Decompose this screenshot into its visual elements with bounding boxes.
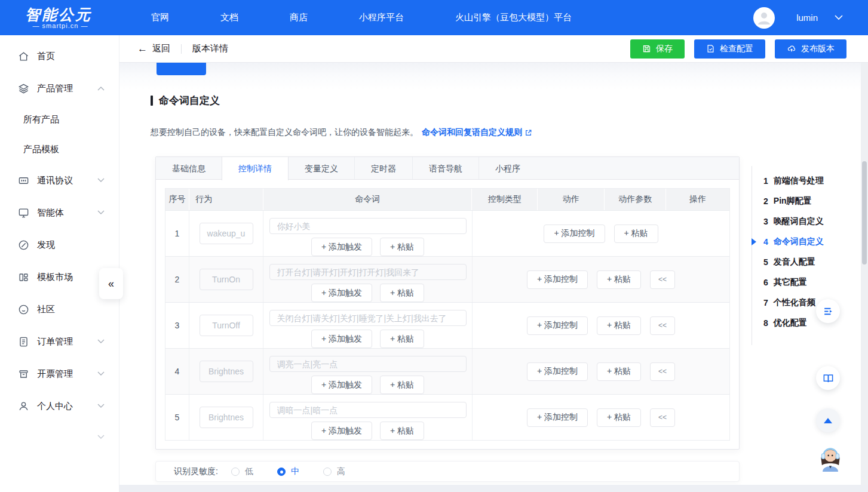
col-header-action: 动作 (538, 189, 605, 210)
scrollbar-thumb[interactable] (862, 161, 867, 265)
add-trigger-button[interactable]: + 添加触发 (311, 422, 372, 440)
sidebar-item-personal-center[interactable]: 个人中心 (0, 390, 119, 422)
collapse-row-button[interactable]: << (650, 408, 675, 427)
paste-control-button[interactable]: + 粘贴 (597, 362, 641, 381)
back-button[interactable]: ← 返回 (137, 43, 170, 55)
layers-icon (18, 83, 29, 94)
sidebar-item-product-templates[interactable]: 产品模板 (0, 134, 119, 164)
publish-version-button[interactable]: 发布版本 (775, 39, 846, 59)
sensitivity-option-low[interactable]: 低 (231, 466, 253, 477)
save-button[interactable]: 保存 (630, 39, 685, 59)
add-control-button[interactable]: + 添加控制 (527, 270, 588, 289)
add-control-button[interactable]: + 添加控制 (527, 316, 588, 335)
document-check-icon (706, 44, 715, 53)
paste-control-button[interactable]: + 粘贴 (614, 225, 658, 243)
nav-item-volcengine-platform[interactable]: 火山引擎（豆包大模型）平台 (455, 12, 572, 23)
behavior-input[interactable] (200, 361, 253, 382)
step-wake-word[interactable]: 3唤醒词自定义 (752, 211, 824, 232)
add-control-button[interactable]: + 添加控制 (544, 225, 605, 243)
table-row: 1 + 添加触发 + 粘贴 + 添加控制 + 粘贴 (165, 210, 729, 256)
sidebar-item-all-products[interactable]: 所有产品 (0, 104, 119, 134)
tab-voice-navigation[interactable]: 语音导航 (412, 157, 479, 179)
paste-button[interactable]: + 粘贴 (380, 376, 424, 394)
behavior-input[interactable] (200, 269, 253, 290)
customer-service-avatar[interactable] (815, 441, 846, 472)
step-personal-audio[interactable]: 7个性化音频 (752, 293, 824, 313)
nav-item-docs[interactable]: 文档 (220, 12, 238, 23)
tab-variable-definition[interactable]: 变量定义 (289, 157, 354, 179)
collapse-row-button[interactable]: << (650, 316, 675, 335)
collapse-icon: « (108, 278, 114, 290)
chevron-down-icon (97, 371, 105, 376)
config-steps-nav: 1前端信号处理 2Pin脚配置 3唤醒词自定义 4命令词自定义 5发音人配置 6… (752, 166, 824, 345)
col-header-control-type: 控制类型 (472, 189, 538, 210)
command-input[interactable] (269, 264, 467, 280)
user-cluster[interactable]: lumin (753, 7, 868, 29)
step-front-end-signal[interactable]: 1前端信号处理 (752, 171, 824, 191)
invoice-box-icon (18, 368, 29, 380)
sidebar-item-agent[interactable]: 智能体 (0, 196, 119, 229)
command-input[interactable] (269, 310, 467, 326)
check-config-button[interactable]: 检查配置 (694, 39, 765, 59)
step-optimize-config[interactable]: 8优化配置 (752, 313, 824, 333)
paste-button[interactable]: + 粘贴 (380, 422, 424, 440)
add-control-button[interactable]: + 添加控制 (527, 362, 588, 381)
user-avatar-icon[interactable] (753, 7, 775, 29)
paste-control-button[interactable]: + 粘贴 (597, 408, 641, 427)
sensitivity-option-medium[interactable]: 中 (277, 466, 299, 477)
user-menu-chevron-down-icon[interactable] (835, 15, 843, 20)
logo[interactable]: 智能公元 — smartpi.cn — (0, 7, 128, 29)
add-control-button[interactable]: + 添加控制 (527, 408, 588, 427)
add-trigger-button[interactable]: + 添加触发 (311, 330, 372, 348)
paste-control-button[interactable]: + 粘贴 (597, 270, 641, 289)
paste-button[interactable]: + 粘贴 (380, 284, 424, 302)
nav-item-miniprogram-platform[interactable]: 小程序平台 (359, 12, 404, 23)
collapse-row-button[interactable]: << (650, 362, 675, 381)
behavior-input[interactable] (200, 407, 253, 428)
command-config-card: 基础信息 控制详情 变量定义 定时器 语音导航 小程序 序号 行为 命令词 控制… (155, 156, 740, 450)
sidebar-item-discover[interactable]: 发现 (0, 229, 119, 261)
rules-link-label: 命令词和回复语自定义规则 (422, 127, 522, 138)
arrow-up-icon (824, 418, 832, 423)
radio-icon (323, 468, 332, 476)
sidebar-item-order-management[interactable]: 订单管理 (0, 325, 119, 358)
publish-version-label: 发布版本 (801, 44, 835, 54)
command-input[interactable] (269, 218, 467, 234)
sidebar-item-invoice-management[interactable]: 开票管理 (0, 358, 119, 390)
step-pin-config[interactable]: 2Pin脚配置 (752, 191, 824, 211)
sidebar: 首页 产品管理 所有产品 产品模板 通讯协议 智能体 发现 模板 (0, 35, 119, 492)
collapse-row-button[interactable]: << (650, 270, 675, 289)
paste-button[interactable]: + 粘贴 (380, 330, 424, 348)
step-voice-config[interactable]: 5发音人配置 (752, 252, 824, 272)
sidebar-collapse-button[interactable]: « (99, 268, 123, 299)
sidebar-item-product-management[interactable]: 产品管理 (0, 72, 119, 104)
command-input[interactable] (269, 402, 467, 418)
add-trigger-button[interactable]: + 添加触发 (311, 376, 372, 394)
paste-control-button[interactable]: + 粘贴 (597, 316, 641, 335)
tab-control-details[interactable]: 控制详情 (222, 157, 289, 180)
sidebar-item-hidden[interactable] (0, 422, 119, 452)
steps-menu-float-button[interactable] (816, 299, 840, 323)
page-title: 版本详情 (192, 43, 228, 54)
behavior-input[interactable] (200, 223, 253, 244)
table-header-row: 序号 行为 命令词 控制类型 动作 动作参数 操作 (165, 189, 729, 210)
step-other-config[interactable]: 6其它配置 (752, 272, 824, 293)
sensitivity-option-high[interactable]: 高 (323, 466, 345, 477)
sidebar-item-communication-protocol[interactable]: 通讯协议 (0, 164, 119, 196)
nav-item-official-site[interactable]: 官网 (151, 12, 169, 23)
behavior-input[interactable] (200, 315, 253, 336)
tab-miniprogram[interactable]: 小程序 (479, 157, 536, 179)
paste-button[interactable]: + 粘贴 (380, 238, 424, 256)
back-to-top-button[interactable] (816, 408, 840, 432)
nav-item-store[interactable]: 商店 (290, 12, 308, 23)
tab-basic-info[interactable]: 基础信息 (156, 157, 222, 179)
tab-timer[interactable]: 定时器 (354, 157, 412, 179)
partially-scrolled-button[interactable] (157, 63, 206, 75)
rules-link[interactable]: 命令词和回复语自定义规则 (422, 127, 532, 138)
add-trigger-button[interactable]: + 添加触发 (311, 238, 372, 256)
add-trigger-button[interactable]: + 添加触发 (311, 284, 372, 302)
command-input[interactable] (269, 356, 467, 372)
step-command-word[interactable]: 4命令词自定义 (752, 232, 824, 252)
docs-float-button[interactable] (816, 366, 840, 390)
sidebar-item-home[interactable]: 首页 (0, 40, 119, 72)
